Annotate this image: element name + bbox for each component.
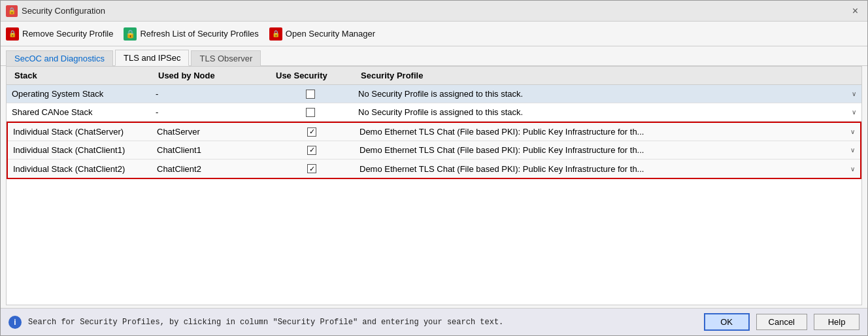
status-bar: i Search for Security Profiles, by click… [1,308,867,335]
cell-node: - [150,105,268,119]
profile-text: Demo Ethernet TLS Chat (File based PKI):… [359,127,644,137]
help-button[interactable]: Help [814,314,860,330]
checkbox[interactable] [306,108,315,117]
cell-profile[interactable]: Demo Ethernet TLS Chat (File based PKI):… [354,143,860,157]
manager-icon: 🔒 [269,27,282,41]
table-row[interactable]: Shared CANoe Stack - No Security Profile… [7,103,861,122]
cell-checkbox[interactable] [268,106,353,119]
header-stack: Stack [12,69,156,82]
table-body: Operating System Stack - No Security Pro… [7,85,861,305]
title-bar-left: 🔒 Security Configuration [6,5,105,17]
toolbar: 🔒 Remove Security Profile 🔒 Refresh List… [1,22,867,46]
refresh-label: Refresh List of Security Profiles [140,29,258,39]
cell-checkbox[interactable] [269,126,354,139]
cancel-button[interactable]: Cancel [756,314,807,330]
tab-secoc[interactable]: SecOC and Diagnostics [6,50,113,66]
remove-icon: 🔒 [6,27,19,41]
cell-node: ChatServer [152,125,269,139]
ok-button[interactable]: OK [704,313,750,331]
profile-text: No Security Profile is assigned to this … [358,89,523,99]
table-row[interactable]: Individual Stack (ChatServer) ChatServer… [8,123,860,141]
header-profile: Security Profile [358,69,856,82]
table-row[interactable]: Operating System Stack - No Security Pro… [7,85,861,103]
dropdown-arrow-icon[interactable]: ∨ [850,128,855,135]
refresh-icon: 🔒 [124,27,137,41]
refresh-list-button[interactable]: 🔒 Refresh List of Security Profiles [124,27,258,41]
checkbox[interactable] [307,164,316,173]
window-title: Security Configuration [22,6,105,16]
tab-tls-ipsec[interactable]: TLS and IPSec [115,50,189,66]
profile-text: No Security Profile is assigned to this … [358,107,523,117]
content-area: Stack Used by Node Use Security Security… [6,66,862,305]
profile-text: Demo Ethernet TLS Chat (File based PKI):… [359,164,644,174]
table-row[interactable]: Individual Stack (ChatClient1) ChatClien… [8,141,860,160]
cell-stack: Individual Stack (ChatClient2) [8,162,152,176]
cell-node: - [150,87,268,101]
checkbox[interactable] [307,146,316,155]
table-header: Stack Used by Node Use Security Security… [7,67,861,85]
cell-stack: Individual Stack (ChatClient1) [8,143,152,157]
tab-tls-observer[interactable]: TLS Observer [191,50,261,66]
red-border-group: Individual Stack (ChatServer) ChatServer… [7,122,861,179]
manager-label: Open Security Manager [286,29,375,39]
cell-profile[interactable]: No Security Profile is assigned to this … [353,105,861,119]
header-security: Use Security [273,69,358,82]
cell-stack: Operating System Stack [7,87,150,101]
cell-stack: Shared CANoe Stack [7,105,150,119]
open-manager-button[interactable]: 🔒 Open Security Manager [269,27,375,41]
checkbox[interactable] [307,127,316,137]
status-text: Search for Security Profiles, by clickin… [28,318,697,327]
dropdown-arrow-icon[interactable]: ∨ [852,90,856,97]
checkbox[interactable] [306,90,315,99]
dropdown-arrow-icon[interactable]: ∨ [850,146,855,154]
cell-checkbox[interactable] [269,162,354,175]
cell-node: ChatClient1 [152,143,269,157]
table-row[interactable]: Individual Stack (ChatClient2) ChatClien… [8,160,860,178]
cell-checkbox[interactable] [269,144,354,157]
main-window: 🔒 Security Configuration × 🔒 Remove Secu… [0,0,868,336]
dropdown-arrow-icon[interactable]: ∨ [852,109,856,116]
remove-label: Remove Security Profile [22,29,113,39]
profile-text: Demo Ethernet TLS Chat (File based PKI):… [359,145,644,155]
info-icon: i [8,316,22,329]
cell-node: ChatClient2 [152,162,269,176]
dropdown-arrow-icon[interactable]: ∨ [850,165,855,173]
cell-stack: Individual Stack (ChatServer) [8,125,152,139]
tab-bar: SecOC and Diagnostics TLS and IPSec TLS … [1,46,867,66]
remove-security-button[interactable]: 🔒 Remove Security Profile [6,27,113,41]
cell-profile[interactable]: No Security Profile is assigned to this … [353,87,861,101]
cell-checkbox[interactable] [268,88,353,101]
window-icon: 🔒 [6,5,18,17]
title-bar: 🔒 Security Configuration × [1,1,867,22]
cell-profile[interactable]: Demo Ethernet TLS Chat (File based PKI):… [354,125,860,139]
close-button[interactable]: × [848,4,862,18]
header-node: Used by Node [156,69,273,82]
cell-profile[interactable]: Demo Ethernet TLS Chat (File based PKI):… [354,162,860,176]
